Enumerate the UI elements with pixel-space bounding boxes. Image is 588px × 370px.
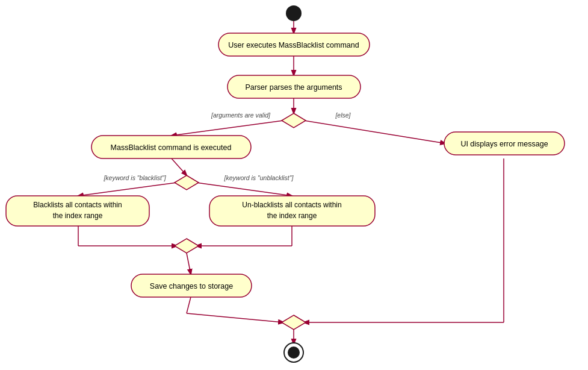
node-command-executed-label: MassBlacklist command is executed bbox=[111, 143, 232, 152]
node-blacklist-label: Blacklists all contacts within bbox=[33, 201, 122, 209]
activity-diagram: User executes MassBlacklist command Pars… bbox=[0, 0, 588, 370]
node-save-label: Save changes to storage bbox=[150, 282, 233, 290]
end-inner bbox=[288, 346, 300, 359]
node-ui-error-label: UI displays error message bbox=[460, 140, 548, 148]
guard-else: [else] bbox=[335, 111, 351, 119]
guard-valid: [arguments are valid] bbox=[211, 111, 271, 119]
node-unblacklist-label: Un-blacklists all contacts within bbox=[242, 201, 341, 209]
node-blacklist-label2: the index range bbox=[53, 212, 103, 220]
guard-unblacklist-label: [keyword is "unblacklist"] bbox=[224, 174, 294, 181]
node-unblacklist-label2: the index range bbox=[267, 212, 317, 220]
node-parser-label: Parser parses the arguments bbox=[245, 83, 342, 92]
guard-blacklist-label: [keyword is "blacklist"] bbox=[103, 174, 166, 181]
start-node bbox=[286, 5, 302, 21]
node-execute-command-label: User executes MassBlacklist command bbox=[228, 41, 359, 49]
